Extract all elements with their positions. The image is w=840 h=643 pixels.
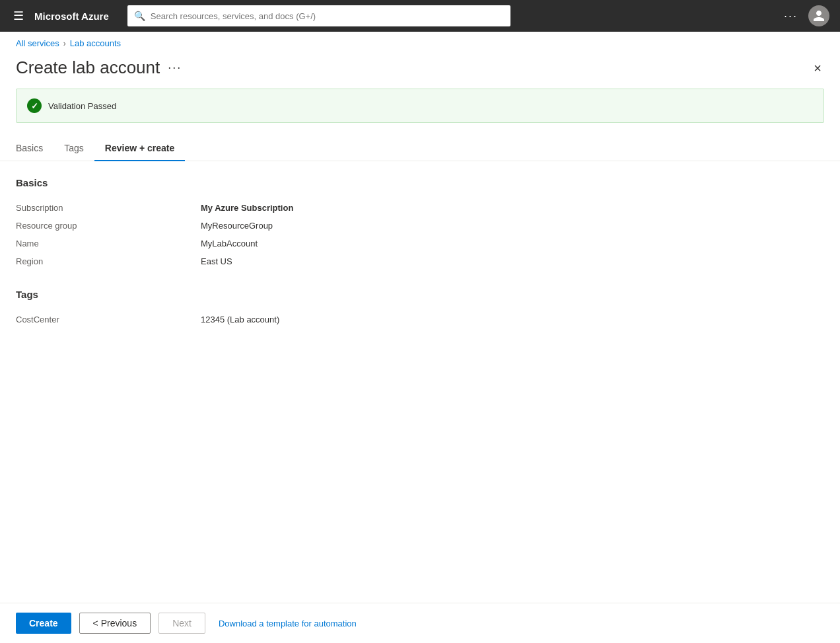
top-navigation: ☰ Microsoft Azure 🔍 ···: [0, 0, 840, 32]
tab-review-create[interactable]: Review + create: [94, 136, 185, 161]
validation-text: Validation Passed: [48, 101, 116, 111]
field-value-costcenter: 12345 (Lab account): [201, 315, 279, 324]
validation-banner: Validation Passed: [16, 89, 824, 123]
field-label-region: Region: [16, 256, 201, 266]
field-value-name: MyLabAccount: [201, 239, 258, 248]
page-title: Create lab account: [16, 57, 160, 78]
avatar[interactable]: [808, 5, 829, 26]
main-content: Basics Subscription My Azure Subscriptio…: [0, 177, 840, 328]
topnav-more-icon[interactable]: ···: [784, 9, 798, 23]
breadcrumb-lab-accounts[interactable]: Lab accounts: [70, 38, 121, 48]
field-subscription: Subscription My Azure Subscription: [16, 199, 824, 217]
basics-fields: Subscription My Azure Subscription Resou…: [16, 199, 824, 270]
tab-bar: Basics Tags Review + create: [0, 136, 840, 161]
page-header-left: Create lab account ···: [16, 57, 182, 78]
search-input[interactable]: [151, 11, 504, 21]
close-button[interactable]: ×: [811, 59, 824, 77]
tab-basics[interactable]: Basics: [16, 136, 53, 161]
hamburger-menu-icon[interactable]: ☰: [11, 6, 26, 26]
search-icon: 🔍: [134, 11, 145, 21]
tags-section-title: Tags: [16, 289, 824, 300]
field-value-subscription: My Azure Subscription: [201, 203, 293, 213]
search-bar: 🔍: [127, 5, 510, 26]
tab-tags[interactable]: Tags: [53, 136, 94, 161]
page-header-dots-icon[interactable]: ···: [168, 61, 182, 75]
field-region: Region East US: [16, 252, 824, 270]
field-value-resource-group: MyResourceGroup: [201, 221, 273, 231]
basics-section-title: Basics: [16, 177, 824, 188]
field-value-region: East US: [201, 256, 232, 266]
field-label-costcenter: CostCenter: [16, 315, 201, 324]
breadcrumb-all-services[interactable]: All services: [16, 38, 59, 48]
page-header: Create lab account ··· ×: [0, 52, 840, 89]
validation-passed-icon: [27, 98, 42, 113]
field-resource-group: Resource group MyResourceGroup: [16, 217, 824, 235]
topnav-right-area: ···: [784, 5, 829, 26]
field-label-subscription: Subscription: [16, 203, 201, 213]
field-label-name: Name: [16, 239, 201, 248]
breadcrumb: All services › Lab accounts: [0, 32, 840, 52]
field-label-resource-group: Resource group: [16, 221, 201, 231]
user-icon: [812, 9, 825, 22]
field-costcenter: CostCenter 12345 (Lab account): [16, 311, 824, 328]
tags-fields: CostCenter 12345 (Lab account): [16, 311, 824, 328]
breadcrumb-separator-1: ›: [63, 39, 66, 48]
field-name: Name MyLabAccount: [16, 235, 824, 252]
app-title: Microsoft Azure: [34, 11, 109, 22]
